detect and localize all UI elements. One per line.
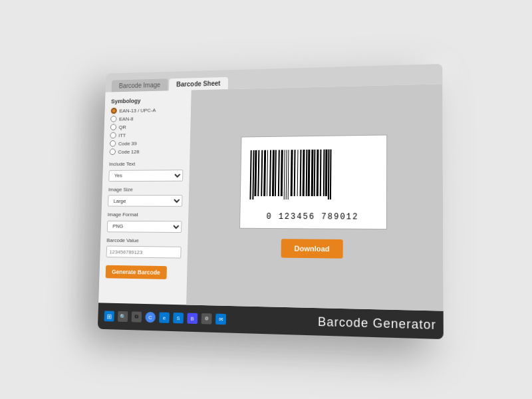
barcode-display: 0 123456 789012 [239,134,387,229]
radio-qr[interactable]: QR [110,123,184,130]
image-size-select[interactable]: Large Medium Small [108,195,182,207]
image-size-group: Image Size Large Medium Small [108,186,183,207]
barcode-value-input[interactable] [106,246,182,259]
image-format-group: Image Format PNG JPEG SVG [107,211,182,232]
barcode-number: 0 123456 789012 [266,211,358,221]
include-text-group: Include Text Yes No [108,161,183,182]
taskbar-task-view-icon[interactable]: ⧉ [132,311,142,322]
svg-rect-0 [249,150,251,199]
symbology-section-title: Symbology [111,96,185,104]
tab-barcode-image[interactable]: Barcode Image [112,78,168,92]
barcode-image [246,142,380,209]
app-title: Barcode Generator [318,315,436,332]
taskbar-store-icon[interactable]: S [173,313,184,323]
window-frame: Barcode Image Barcode Sheet Symbology EA… [98,64,444,339]
image-format-select[interactable]: PNG JPEG SVG [107,220,182,232]
taskbar-settings-icon[interactable]: ⚙ [201,313,212,325]
radio-code39[interactable]: Code 39 [110,140,184,147]
include-text-select[interactable]: Yes No [108,170,183,182]
radio-itt[interactable]: ITT [110,131,184,138]
taskbar-chrome-icon[interactable]: C [145,312,156,323]
taskbar-app-icon[interactable]: B [187,313,198,325]
taskbar-edge-icon[interactable]: e [159,312,170,323]
radio-ean8[interactable]: EAN-8 [110,114,184,122]
left-panel: Symbology EAN-13 / UPC-A EAN-8 QR [98,90,192,305]
generate-barcode-button[interactable]: Generate Barcode [106,265,167,279]
taskbar-search-icon[interactable]: 🔍 [118,311,128,322]
radio-code128[interactable]: Code 128 [110,148,184,155]
svg-rect-53 [325,149,328,196]
right-panel: 0 123456 789012 Download [186,84,444,311]
taskbar-icons: ⊞ 🔍 ⧉ C e S B ⚙ ✉ [104,311,226,325]
radio-ean13[interactable]: EAN-13 / UPC-A [111,106,185,114]
symbology-radio-group: EAN-13 / UPC-A EAN-8 QR ITT [110,106,185,155]
download-button[interactable]: Download [281,239,343,258]
tab-barcode-sheet[interactable]: Barcode Sheet [169,77,228,90]
barcode-value-group: Barcode Value [106,237,182,258]
app-window: Barcode Image Barcode Sheet Symbology EA… [93,66,439,332]
main-content: Symbology EAN-13 / UPC-A EAN-8 QR [98,84,444,311]
taskbar-mail-icon[interactable]: ✉ [215,314,226,325]
windows-start-icon[interactable]: ⊞ [104,311,114,321]
